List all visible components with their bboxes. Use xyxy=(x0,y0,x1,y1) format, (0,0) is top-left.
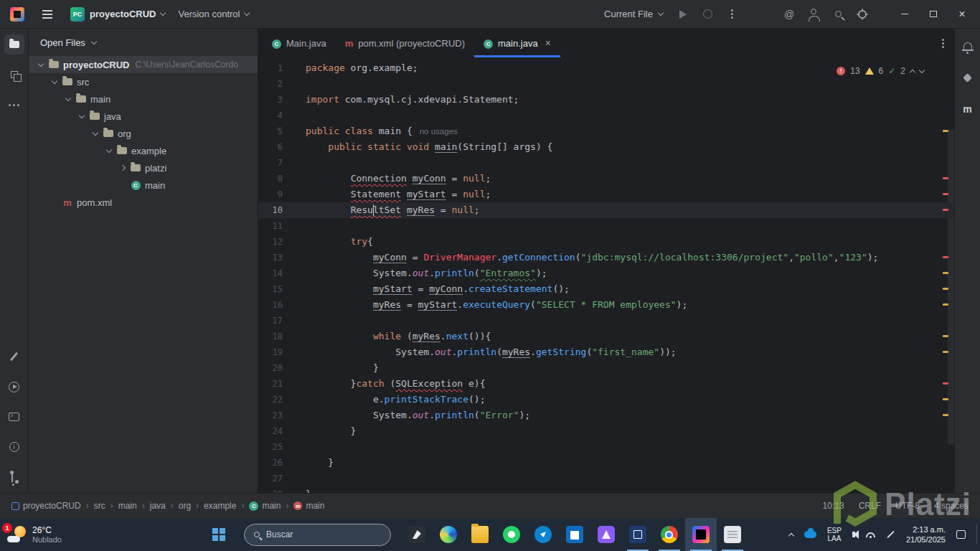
analysis-mark[interactable] xyxy=(943,382,948,385)
code-line[interactable]: 16 myRes = myStart.executeQuery("SELECT … xyxy=(258,297,954,313)
taskbar-app-intellij-idea[interactable] xyxy=(685,518,717,551)
code-line[interactable]: 17 xyxy=(258,313,954,329)
line-number[interactable]: 23 xyxy=(258,408,283,423)
onedrive-icon[interactable] xyxy=(804,531,816,538)
line-number[interactable]: 15 xyxy=(258,281,283,297)
line-number[interactable]: 17 xyxy=(258,313,283,329)
taskbar-app-task-view-app[interactable] xyxy=(401,518,433,551)
analysis-stripe[interactable] xyxy=(943,57,948,493)
taskbar-app-colorful-app[interactable] xyxy=(433,518,464,551)
taskbar-app-blue-app[interactable] xyxy=(527,518,559,551)
version-control-menu[interactable]: Version control xyxy=(178,9,249,19)
line-number[interactable]: 6 xyxy=(258,139,283,155)
maximize-button[interactable] xyxy=(921,0,946,29)
line-separator-widget[interactable]: CRLF xyxy=(859,501,881,511)
tree-item-org[interactable]: org xyxy=(29,125,258,142)
taskbar-app-green-messenger-app[interactable] xyxy=(496,518,527,551)
line-number[interactable]: 2 xyxy=(258,76,283,92)
more-tool-windows-button[interactable] xyxy=(4,95,24,115)
next-problem-icon[interactable] xyxy=(919,67,925,72)
project-selector[interactable]: PC proyectoCRUD xyxy=(70,7,165,22)
line-number[interactable]: 25 xyxy=(258,439,283,455)
run-options-button[interactable] xyxy=(697,4,717,24)
run-button[interactable] xyxy=(673,4,693,24)
code-line[interactable]: 7 xyxy=(258,155,954,171)
chevron-down-icon[interactable] xyxy=(90,133,100,135)
chevron-right-icon[interactable] xyxy=(118,166,127,170)
run-configuration-selector[interactable]: Current File xyxy=(598,9,669,19)
analysis-mark[interactable] xyxy=(943,130,948,132)
line-number[interactable]: 22 xyxy=(258,392,283,408)
line-number[interactable]: 7 xyxy=(258,155,283,171)
settings-button[interactable] xyxy=(852,4,872,24)
tree-item-src[interactable]: src xyxy=(29,73,258,90)
chevron-down-icon[interactable] xyxy=(63,98,72,100)
breadcrumb-proyectoCRUD-0[interactable]: proyectoCRUD xyxy=(11,501,81,511)
analysis-mark[interactable] xyxy=(943,288,948,290)
line-number[interactable]: 9 xyxy=(258,187,283,202)
analysis-mark[interactable] xyxy=(943,193,948,195)
breadcrumb-java-3[interactable]: java xyxy=(150,501,166,511)
ai-assistant-tool-button[interactable] xyxy=(958,67,978,88)
windows-ink-icon[interactable] xyxy=(887,531,895,539)
maven-button[interactable]: m xyxy=(958,99,978,119)
clock-widget[interactable]: 2:13 a.m. 21/05/2025 xyxy=(906,524,946,545)
chevron-down-icon[interactable] xyxy=(50,81,59,83)
code-line[interactable]: 21 }catch (SQLException e){ xyxy=(258,376,954,392)
line-number[interactable]: 28 xyxy=(258,486,283,493)
notifications-button[interactable] xyxy=(958,36,978,56)
close-tab-icon[interactable]: × xyxy=(545,38,551,48)
line-number[interactable]: 18 xyxy=(258,329,283,344)
code-line[interactable]: 8 Connection myConn = null; xyxy=(258,171,954,187)
chevron-down-icon[interactable] xyxy=(77,116,86,118)
code-line[interactable]: 26 } xyxy=(258,455,954,471)
prev-problem-icon[interactable] xyxy=(910,69,915,75)
analysis-mark[interactable] xyxy=(943,414,948,416)
code-line[interactable]: 15 myStart = myConn.createStatement(); xyxy=(258,281,954,297)
line-number[interactable]: 3 xyxy=(258,92,283,108)
structure-button[interactable] xyxy=(4,65,24,85)
close-button[interactable]: × xyxy=(950,0,974,29)
project-view-header[interactable]: Open Files xyxy=(29,29,258,56)
tab-Main.java[interactable]: CMain.java xyxy=(263,29,336,57)
code-line[interactable]: 4 xyxy=(258,108,954,123)
code-line[interactable]: 18 while (myRes.next()){ xyxy=(258,329,954,344)
line-number[interactable]: 24 xyxy=(258,423,283,439)
tree-item-pom.xml[interactable]: mpom.xml xyxy=(29,194,258,211)
breadcrumb-main-6[interactable]: Cmain xyxy=(249,501,281,511)
code-with-me-button[interactable] xyxy=(804,4,824,24)
code-line[interactable]: 11 xyxy=(258,218,954,234)
search-everywhere-button[interactable] xyxy=(828,4,848,24)
code-line[interactable]: 28} xyxy=(258,486,954,493)
terminal-button[interactable] xyxy=(4,407,24,427)
problems-button[interactable] xyxy=(4,437,24,457)
taskbar-app-light-app[interactable] xyxy=(717,518,748,551)
line-number[interactable]: 13 xyxy=(258,250,283,265)
line-number[interactable]: 16 xyxy=(258,297,283,313)
code-line[interactable]: 25 xyxy=(258,439,954,455)
version-control-button[interactable] xyxy=(4,467,24,487)
network-icon[interactable] xyxy=(866,532,875,537)
project-button[interactable] xyxy=(4,34,24,55)
notification-center-icon[interactable] xyxy=(956,530,966,539)
taskbar-app-microsoft-store[interactable] xyxy=(559,518,590,551)
tree-item-example[interactable]: example xyxy=(29,142,258,159)
line-number[interactable]: 26 xyxy=(258,455,283,471)
code-editor[interactable]: ! 13 6 ✓ 2 1package org.example;23import… xyxy=(258,57,954,493)
line-number[interactable]: 20 xyxy=(258,360,283,376)
breadcrumb-main-7[interactable]: mmain xyxy=(293,501,324,511)
code-line[interactable]: 14 System.out.println("Entramos"); xyxy=(258,265,954,281)
code-line[interactable]: 24 } xyxy=(258,423,954,439)
tray-overflow-button[interactable] xyxy=(788,532,794,538)
taskbar-app-console-app[interactable] xyxy=(622,518,654,551)
taskbar-app-file-explorer[interactable] xyxy=(464,518,496,551)
chevron-down-icon[interactable] xyxy=(36,64,45,66)
code-line[interactable]: 20 } xyxy=(258,360,954,376)
run-tool-button[interactable] xyxy=(4,377,24,397)
language-indicator[interactable]: ESP LAA xyxy=(827,527,842,542)
show-desktop-divider[interactable] xyxy=(976,524,977,545)
line-number[interactable]: 4 xyxy=(258,108,283,123)
commit-button[interactable] xyxy=(4,347,24,367)
indentation-widget[interactable]: 4 spaces xyxy=(934,501,969,511)
caret-position-widget[interactable]: 10:13 xyxy=(823,501,844,511)
